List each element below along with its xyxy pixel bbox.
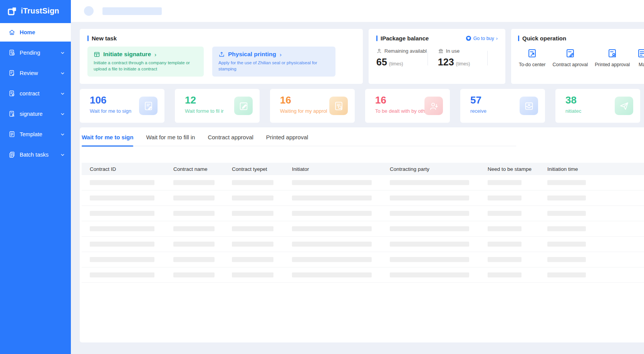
table-cell [390, 211, 488, 216]
cell-skeleton [488, 242, 522, 247]
table-cell [547, 257, 644, 262]
sidebar-item[interactable]: contract [0, 84, 71, 103]
chevron-down-icon [60, 132, 65, 137]
cell-skeleton [547, 195, 586, 200]
cell-skeleton [390, 272, 469, 277]
cell-skeleton [173, 195, 215, 200]
cell-skeleton [90, 180, 154, 185]
arrow-right-icon: › [496, 36, 498, 41]
table-cell [173, 257, 232, 262]
table-cell [292, 211, 390, 216]
cell-skeleton [292, 195, 372, 200]
app-title: iTrustSign [21, 7, 59, 15]
new-task-action-card[interactable]: Physical printing › Apply for the use of… [212, 47, 335, 77]
cell-skeleton [292, 272, 372, 277]
chevron-down-icon [60, 51, 65, 55]
table-header-cell: Initiation time [547, 166, 644, 172]
cell-skeleton [390, 195, 469, 200]
stat-icon-tile [329, 97, 348, 115]
quick-operation-icon [607, 48, 617, 58]
stat-card[interactable]: 106 Wait for me to sign [80, 89, 164, 123]
cell-skeleton [232, 272, 273, 277]
cell-skeleton [232, 257, 273, 262]
sidebar-item-label: Pending [20, 50, 60, 56]
table-header-cell: Contract name [173, 166, 232, 172]
cell-skeleton [173, 257, 215, 262]
stat-icon-tile [234, 97, 253, 115]
table-cell [232, 195, 292, 200]
package-balance-card: IPackage balance Go to buy › Remaining a… [369, 29, 505, 84]
package-stat-icon [438, 48, 444, 54]
table-cell [82, 257, 173, 262]
stat-card[interactable]: 38 nitiatec [555, 89, 640, 123]
stat-card[interactable]: 57 receive [460, 89, 545, 123]
task-tab[interactable]: Contract approval [208, 134, 253, 146]
stat-card[interactable]: 16 Waiting for my approl [270, 89, 355, 123]
new-task-card: New task Initiate signature › Initiate a… [80, 29, 363, 84]
title-accent-bar [376, 35, 377, 41]
cell-skeleton [488, 211, 522, 216]
sidebar-item[interactable]: Template [0, 125, 71, 144]
title-accent-bar [87, 35, 89, 41]
stat-icon-tile [139, 97, 158, 115]
arrow-right-icon: › [154, 51, 156, 58]
task-tab[interactable]: Wait for me to sign [82, 134, 133, 146]
cell-skeleton [173, 272, 215, 277]
table-row [82, 206, 644, 221]
divider [428, 51, 428, 65]
table-cell [390, 226, 488, 231]
go-to-buy-link[interactable]: Go to buy › [466, 35, 498, 41]
table-cell [232, 242, 292, 247]
table-header-cell: Contracting party [390, 166, 488, 172]
sidebar-menu: Home Pending Review contract [0, 23, 71, 164]
content: New task Initiate signature › Initiate a… [71, 22, 644, 342]
stat-icon-tile [520, 97, 538, 115]
quick-operation-item[interactable]: Printed approval [595, 48, 630, 67]
go-to-buy-label: Go to buy [473, 36, 494, 41]
new-task-title: New task [92, 35, 117, 42]
package-stat: In use 123 (times) [438, 48, 486, 68]
quick-operation-label: Ma [639, 62, 644, 67]
table-cell [488, 211, 547, 216]
cell-skeleton [390, 226, 469, 231]
quick-operation-items: To-do center Contract aproval Printed ap… [518, 48, 644, 67]
sidebar-item[interactable]: Review [0, 64, 71, 82]
table-cell [547, 272, 644, 277]
table-cell [547, 195, 644, 200]
app-logo[interactable]: iTrustSign [0, 0, 71, 22]
buy-badge-icon [466, 35, 471, 41]
table-cell [232, 272, 292, 277]
cell-skeleton [547, 242, 586, 247]
cell-skeleton [488, 195, 522, 200]
table-cell [547, 226, 644, 231]
cell-skeleton [488, 226, 522, 231]
arrow-right-icon: › [280, 51, 282, 58]
cell-skeleton [390, 180, 469, 185]
sidebar-item[interactable]: Batch tasks [0, 145, 71, 164]
cell-skeleton [390, 211, 469, 216]
stat-card[interactable]: 16 To be dealt with by othe [365, 89, 450, 123]
task-tab[interactable]: Wait for me to fill in [146, 134, 195, 146]
stat-card[interactable]: 12 Wait forme to fil ir [175, 89, 260, 123]
sidebar-item[interactable]: signature [0, 105, 71, 123]
sidebar-item-icon [8, 151, 15, 158]
table-cell [488, 242, 547, 247]
quick-operation-item[interactable]: Ma [637, 48, 644, 67]
task-tab[interactable]: Printed approval [266, 134, 308, 146]
table-cell [547, 180, 644, 185]
cell-skeleton [90, 242, 154, 247]
sidebar-item[interactable]: Pending [0, 43, 71, 62]
quick-operation-item[interactable]: To-do center [519, 48, 545, 67]
cell-skeleton [232, 226, 273, 231]
cell-skeleton [90, 211, 154, 216]
sidebar-item-icon [8, 110, 15, 117]
package-stat-unit: (times) [389, 61, 403, 67]
table-cell [390, 180, 488, 185]
cell-skeleton [390, 242, 469, 247]
cell-skeleton [547, 226, 586, 231]
quick-operation-item[interactable]: Contract aproval [552, 48, 588, 67]
new-task-action-card[interactable]: Initiate signature › Initiate a contract… [87, 47, 204, 77]
cell-skeleton [232, 242, 273, 247]
action-card-desc: Initiate a contract through a company te… [94, 60, 198, 72]
sidebar-item[interactable]: Home [0, 23, 71, 42]
